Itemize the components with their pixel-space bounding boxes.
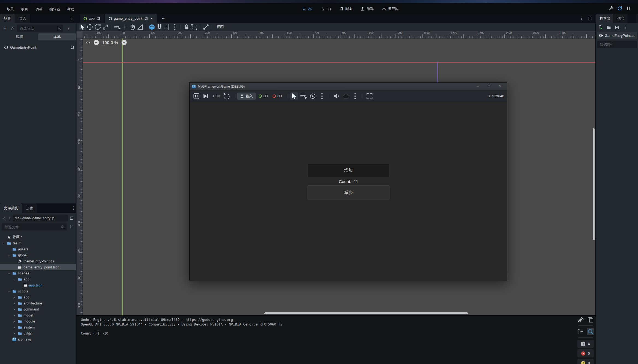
- increase-button[interactable]: 增加: [308, 164, 389, 177]
- fs-tab-历史[interactable]: 历史: [22, 203, 37, 213]
- mode-assetlib[interactable]: 资产库: [379, 5, 401, 12]
- lock-button[interactable]: [183, 24, 190, 30]
- zoom-out-button[interactable]: −: [94, 40, 99, 45]
- continue-button[interactable]: [617, 6, 622, 11]
- scene-tab-game_entry_point[interactable]: game_entry_point×: [105, 14, 157, 23]
- menu-project[interactable]: 项目: [17, 6, 32, 13]
- break-button[interactable]: [609, 6, 613, 11]
- center-view-icon[interactable]: [86, 40, 90, 45]
- remote-tab[interactable]: 远程: [1, 33, 38, 40]
- error-count-badge[interactable]: ×0: [577, 349, 594, 357]
- tree-expander-icon[interactable]: ›: [13, 313, 16, 317]
- message-count-badge[interactable]: !4: [577, 340, 594, 348]
- camera-override-button[interactable]: [309, 92, 317, 100]
- next-frame-button[interactable]: [202, 92, 209, 100]
- file-tree-row[interactable]: ›utility: [0, 330, 76, 336]
- inspector-tab-检查器[interactable]: 检查器: [596, 14, 613, 23]
- game-more-menu[interactable]: [351, 92, 359, 100]
- nav-back-button[interactable]: ‹: [2, 215, 7, 221]
- pivot-tool[interactable]: [121, 24, 128, 30]
- filter-files-input[interactable]: [4, 225, 61, 229]
- input-mode-button[interactable]: 输入: [237, 93, 256, 100]
- load-resource-button[interactable]: [605, 24, 612, 31]
- file-tree-row[interactable]: ›system: [0, 324, 76, 330]
- skeleton-options-menu[interactable]: [202, 24, 209, 30]
- view-menu[interactable]: 视图: [214, 24, 226, 30]
- rotate-tool[interactable]: [94, 24, 101, 30]
- zoom-in-button[interactable]: +: [122, 40, 127, 45]
- tree-expander-icon[interactable]: ›: [13, 295, 16, 299]
- distraction-free-icon[interactable]: [588, 16, 592, 20]
- file-tree-row[interactable]: ›app: [0, 294, 76, 300]
- file-tree-row[interactable]: ⌄scenes: [0, 270, 76, 276]
- current-path-field[interactable]: res://global/game_entry_p: [13, 215, 68, 221]
- tree-expander-icon[interactable]: ›: [13, 331, 16, 335]
- pause-button[interactable]: [626, 6, 631, 11]
- attached-script-icon[interactable]: [70, 45, 74, 49]
- game-window-titlebar[interactable]: MyGFrameworkGame (DEBUG) – ×: [190, 83, 507, 90]
- game-select-button[interactable]: [290, 92, 298, 100]
- mode-script[interactable]: 脚本: [336, 5, 355, 12]
- menu-editor[interactable]: 编辑器: [46, 6, 64, 13]
- save-resource-button[interactable]: [614, 24, 620, 31]
- output-search-button[interactable]: [587, 328, 594, 335]
- new-scene-tab-button[interactable]: +: [160, 16, 166, 22]
- game-debug-window[interactable]: MyGFrameworkGame (DEBUG) – × 1.0×输入2D3D …: [189, 82, 507, 280]
- filesystem-dock-menu[interactable]: ⋮: [72, 206, 76, 210]
- filter-properties-input[interactable]: [599, 42, 635, 47]
- menu-help[interactable]: 帮助: [64, 6, 78, 13]
- file-tree-row[interactable]: game_entry_point.tscn: [0, 264, 76, 270]
- file-tree-row[interactable]: icon.svg: [0, 336, 76, 342]
- game-list-select-button[interactable]: [300, 92, 307, 100]
- ruler-tool[interactable]: [137, 24, 144, 30]
- mode-2d-icon[interactable]: [302, 7, 306, 11]
- minimize-button[interactable]: –: [473, 84, 482, 88]
- scene-tabs-menu[interactable]: ⋮: [580, 16, 584, 20]
- viewport-v-scrollbar[interactable]: [593, 128, 595, 240]
- close-button[interactable]: ×: [495, 84, 505, 89]
- tree-expander-icon[interactable]: ⌄: [2, 241, 5, 245]
- joystick-icon[interactable]: [240, 94, 244, 98]
- open-script-icon[interactable]: [144, 17, 148, 20]
- inspector-tab-信号[interactable]: 信号: [614, 14, 628, 23]
- tree-expander-icon[interactable]: ›: [13, 325, 16, 329]
- tree-expander-icon[interactable]: ⌄: [13, 277, 16, 281]
- split-view-button[interactable]: [68, 215, 75, 221]
- file-tree-row[interactable]: ›module: [0, 318, 76, 324]
- filter-nodes-input[interactable]: [19, 26, 57, 31]
- camera-2d-button[interactable]: 2D: [257, 94, 270, 98]
- menu-scene[interactable]: 场景: [3, 6, 17, 13]
- mode-3d-icon[interactable]: [321, 7, 325, 11]
- move-tool[interactable]: [87, 24, 94, 30]
- pan-tool[interactable]: [129, 24, 136, 30]
- file-tree-row[interactable]: ›command: [0, 306, 76, 312]
- file-tree-row[interactable]: 收藏：: [0, 234, 76, 240]
- grid-snap-toggle[interactable]: [164, 24, 171, 30]
- file-tree-row[interactable]: GameEntryPoint.cs: [0, 258, 76, 264]
- dock-tab-导入[interactable]: 导入: [15, 14, 30, 23]
- new-resource-button[interactable]: [597, 24, 604, 31]
- tree-expander-icon[interactable]: ⌄: [7, 289, 11, 293]
- dock-tab-场景[interactable]: 场景: [0, 14, 15, 23]
- group-button[interactable]: [191, 24, 198, 30]
- list-select-tool[interactable]: [114, 24, 121, 30]
- warning-count-badge[interactable]: !0: [577, 359, 594, 364]
- maximize-button[interactable]: [484, 84, 494, 88]
- snap-options-menu[interactable]: [171, 24, 178, 30]
- viewport-h-scrollbar[interactable]: [264, 312, 468, 314]
- file-tree-row[interactable]: ⌄global: [0, 252, 76, 258]
- file-tree-row[interactable]: ⌄res://: [0, 240, 76, 246]
- game-select-menu[interactable]: [318, 92, 326, 100]
- scale-tool[interactable]: [102, 24, 109, 30]
- nav-forward-button[interactable]: ›: [7, 215, 12, 221]
- script-icon[interactable]: [339, 7, 344, 11]
- add-node-button[interactable]: ＋: [2, 25, 8, 31]
- menu-debug[interactable]: 调试: [32, 6, 46, 13]
- tree-expander-icon[interactable]: ›: [13, 319, 16, 323]
- file-tree-row[interactable]: app.tscn: [0, 282, 76, 288]
- output-log[interactable]: Godot Engine v4.6.stable.mono.official.8…: [81, 318, 282, 336]
- tree-expander-icon[interactable]: ⌄: [7, 253, 11, 257]
- file-tree-row[interactable]: ›architecture: [0, 300, 76, 306]
- local-tab[interactable]: 本地: [38, 33, 76, 40]
- mute-audio-button[interactable]: [333, 92, 340, 100]
